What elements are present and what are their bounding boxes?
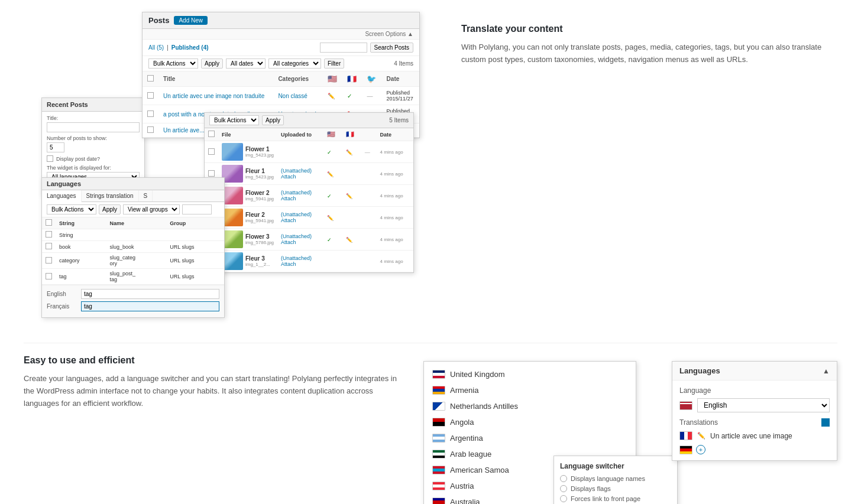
language-select[interactable]: English	[697, 398, 830, 412]
date-checkbox[interactable]	[47, 155, 53, 162]
string-value: tag	[56, 269, 106, 285]
edit-translation-icon[interactable]: ✏️	[697, 432, 705, 440]
screen-options-bar: Screen Options ▲	[143, 29, 419, 40]
radio-forces-link[interactable]	[560, 495, 567, 502]
country-item-angola[interactable]: Angola	[424, 414, 636, 430]
col-uploaded: Uploaded to	[277, 128, 323, 141]
col-flag1: 🇺🇸	[323, 128, 342, 141]
media-row-checkbox[interactable]	[208, 148, 215, 155]
english-input[interactable]	[81, 289, 219, 299]
lang-row-checkbox[interactable]	[46, 231, 52, 238]
media-date: 4 mins ago	[376, 251, 413, 272]
media-row: Fleur 1img_5423.jpg (Unattached)Attach ✏…	[205, 163, 413, 185]
flag-australia-icon	[432, 498, 445, 504]
media-select-all[interactable]	[208, 131, 215, 137]
string-name: slug_book	[106, 241, 166, 253]
francais-input[interactable]	[81, 301, 219, 311]
item-count: 4 Items	[394, 60, 413, 67]
tab-settings[interactable]: S	[139, 190, 153, 201]
apply-button[interactable]: Apply	[201, 58, 223, 69]
title-input[interactable]	[47, 122, 140, 132]
posts-filter-bar: All (5) | Published (4) Search Posts	[143, 40, 419, 56]
country-name-argentina: Argentina	[450, 434, 483, 443]
media-bulk-actions[interactable]: Bulk Actions	[209, 115, 259, 125]
filter-button[interactable]: Filter	[324, 58, 344, 69]
media-row-checkbox[interactable]	[208, 170, 215, 177]
country-item-argentina[interactable]: Argentina	[424, 430, 636, 446]
lang-apply-button[interactable]: Apply	[99, 204, 121, 214]
categories-select[interactable]: All categories	[268, 58, 321, 69]
section-divider	[24, 343, 837, 343]
radio-displays-names[interactable]	[560, 475, 567, 482]
lang-row-checkbox[interactable]	[46, 257, 52, 264]
flag-armenia-icon	[432, 386, 445, 395]
view-groups-select[interactable]: View all groups	[123, 204, 180, 214]
add-new-button[interactable]: Add New	[174, 16, 208, 25]
radio-displays-flags[interactable]	[560, 485, 567, 492]
posts-count-label: Number of posts to show:	[47, 135, 140, 141]
col-flag-de: 🐦	[362, 71, 381, 87]
feature2-text: Create your languages, add a language sw…	[24, 373, 400, 409]
title-field: Title:	[47, 115, 140, 132]
screenshots-area: Posts Add New Screen Options ▲ All (5) |…	[24, 12, 438, 313]
row-checkbox[interactable]	[147, 92, 154, 99]
search-posts-input[interactable]	[320, 43, 367, 53]
media-date: 4 mins ago	[376, 185, 413, 207]
lang-bulk-actions[interactable]: Bulk Actions	[47, 204, 96, 214]
tab-strings[interactable]: Strings translation	[82, 190, 139, 201]
post-category[interactable]: Non classé	[278, 93, 307, 99]
post-title-link[interactable]: Un article ave...	[163, 127, 204, 134]
post-title-link[interactable]: Un article avec une image non traduite	[163, 93, 264, 99]
media-edit: ✏️	[346, 237, 352, 243]
media-row: Fleur 3img_1__2... (Unattached)Attach 4 …	[205, 251, 413, 272]
dates-select[interactable]: All dates	[226, 58, 266, 69]
flower-thumb-5	[222, 230, 243, 248]
option-label-3: Forces link to front page	[571, 495, 640, 502]
french-translation-row: Français	[47, 301, 219, 311]
top-section: Posts Add New Screen Options ▲ All (5) |…	[0, 0, 861, 337]
search-posts-button[interactable]: Search Posts	[370, 43, 413, 53]
country-item-neth-ant[interactable]: Netherlands Antilles	[424, 398, 636, 414]
option-label-2: Displays flags	[571, 485, 611, 492]
flower-thumb-3	[222, 187, 243, 204]
lang-select-all[interactable]	[46, 219, 52, 226]
row-checkbox[interactable]	[147, 110, 154, 117]
date-field: Display post date?	[47, 155, 140, 162]
flower-thumb-2	[222, 165, 243, 183]
translation-title: Un article avec une image	[710, 432, 792, 440]
country-item-uk[interactable]: United Kingdom	[424, 366, 636, 382]
lw-header: Languages ▲	[672, 362, 837, 381]
feature1-content: Translate your content With Polylang, yo…	[461, 12, 837, 84]
flower-thumb-4	[222, 209, 243, 226]
languages-tabs: Languages Strings translation S	[42, 190, 224, 202]
string-value: category	[56, 253, 106, 269]
lang-row-checkbox[interactable]	[46, 273, 52, 279]
country-item-armenia[interactable]: Armenia	[424, 382, 636, 398]
filter-published[interactable]: Published (4)	[171, 44, 209, 51]
lang-row-checkbox[interactable]	[46, 243, 52, 249]
posts-panel-header: Posts Add New	[143, 12, 419, 29]
lang-filter-input[interactable]	[182, 204, 212, 214]
country-name-arab: Arab league	[450, 450, 491, 459]
bulk-actions-select[interactable]: Bulk Actions	[148, 58, 198, 69]
media-apply-button[interactable]: Apply	[262, 115, 284, 125]
flower-thumb-1	[222, 143, 243, 161]
flag-cell: ✏️	[328, 93, 335, 99]
lw-translations-label: Translations	[679, 418, 718, 427]
add-german-translation-button[interactable]: +	[696, 445, 705, 454]
country-name-uk: United Kingdom	[450, 370, 505, 379]
posts-count-input[interactable]	[47, 142, 64, 152]
media-unattached: (Unattached)Attach	[277, 185, 323, 207]
country-name-austria: Austria	[450, 482, 474, 490]
tab-languages[interactable]: Languages	[42, 190, 82, 202]
row-checkbox[interactable]	[147, 126, 154, 133]
bottom-screenshots: United Kingdom Armenia Netherlands Antil…	[423, 349, 837, 504]
flower-thumb-6	[222, 252, 243, 270]
chevron-up-icon[interactable]: ▲	[823, 367, 830, 375]
filter-all[interactable]: All (5)	[148, 44, 164, 51]
select-all-checkbox[interactable]	[147, 75, 154, 82]
lw-title: Languages	[679, 366, 720, 375]
feature2-title: Easy to use and efficient	[24, 355, 400, 366]
string-group: URL slugs	[166, 241, 224, 253]
title-label: Title:	[47, 115, 140, 121]
